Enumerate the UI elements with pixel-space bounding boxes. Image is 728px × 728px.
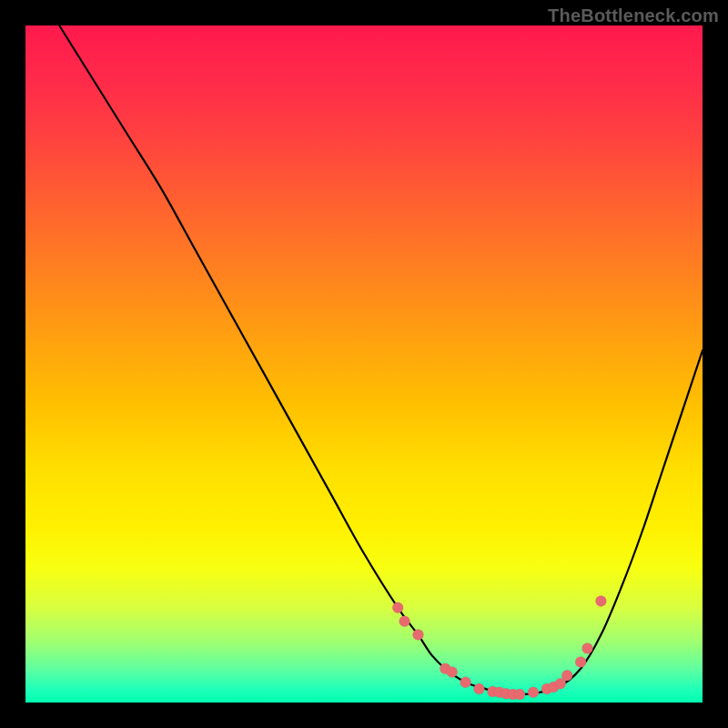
marker-point	[399, 616, 410, 627]
marker-point	[413, 630, 424, 641]
watermark-text: TheBottleneck.com	[548, 5, 719, 26]
plot-area	[25, 25, 703, 703]
marker-point	[575, 656, 586, 667]
marker-point	[595, 595, 606, 606]
chart-frame: TheBottleneck.com	[0, 0, 728, 728]
marker-point	[582, 643, 593, 654]
marker-point	[514, 689, 525, 700]
chart-overlay	[25, 25, 703, 703]
marker-group	[392, 595, 606, 700]
marker-point	[447, 667, 458, 678]
marker-point	[392, 602, 403, 613]
marker-point	[528, 687, 539, 698]
marker-point	[460, 677, 471, 688]
bottleneck-curve	[59, 25, 703, 694]
marker-point	[474, 683, 485, 694]
marker-point	[561, 670, 572, 681]
